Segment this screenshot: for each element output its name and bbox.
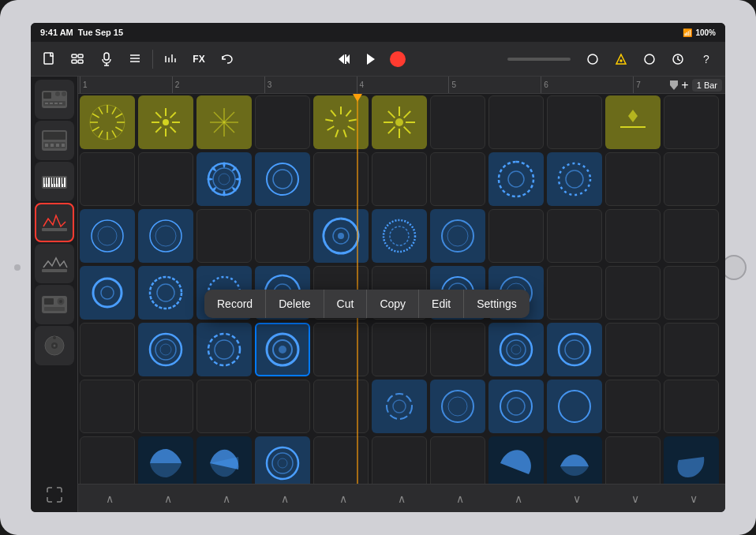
cell-r3c2[interactable] bbox=[138, 209, 193, 263]
cell-r6c3[interactable] bbox=[196, 380, 252, 433]
context-menu-cut[interactable]: Cut bbox=[324, 290, 368, 318]
cell-r7c5[interactable] bbox=[313, 436, 369, 484]
cell-r7c8[interactable] bbox=[488, 436, 544, 484]
context-menu-settings[interactable]: Settings bbox=[464, 290, 530, 318]
cell-r7c7[interactable] bbox=[430, 436, 485, 484]
cell-r4c1[interactable] bbox=[80, 266, 135, 320]
cell-r3c9[interactable] bbox=[547, 209, 602, 263]
cell-r7c6[interactable] bbox=[372, 436, 427, 484]
rewind-button[interactable] bbox=[331, 47, 357, 72]
cell-r2c10[interactable] bbox=[605, 152, 661, 206]
sidebar-instrument-0[interactable] bbox=[35, 80, 74, 119]
grid-container[interactable]: Record Delete Cut Copy Edit Settings bbox=[78, 94, 725, 484]
cell-r6c5[interactable] bbox=[313, 380, 369, 433]
sidebar-instrument-4[interactable] bbox=[35, 244, 74, 283]
help-button[interactable]: ? bbox=[694, 47, 719, 72]
cell-r6c7[interactable] bbox=[430, 380, 485, 433]
cell-r5c9[interactable] bbox=[547, 323, 602, 376]
context-menu-copy[interactable]: Copy bbox=[367, 290, 419, 318]
cell-r1c9[interactable] bbox=[547, 95, 602, 149]
sidebar-instrument-2[interactable] bbox=[35, 162, 74, 201]
cell-r3c10[interactable] bbox=[605, 209, 661, 263]
cell-r2c6[interactable] bbox=[372, 152, 427, 206]
bottom-arrow-up-4[interactable]: ∧ bbox=[315, 488, 372, 510]
cell-r5c5[interactable] bbox=[313, 323, 369, 376]
bottom-arrow-up-6[interactable]: ∧ bbox=[432, 488, 488, 510]
record-button[interactable] bbox=[385, 47, 410, 72]
cell-r2c11[interactable] bbox=[664, 152, 719, 206]
cell-r4c10[interactable] bbox=[605, 266, 661, 320]
cell-r1c10[interactable] bbox=[605, 95, 661, 149]
bottom-arrow-up-5[interactable]: ∧ bbox=[373, 488, 430, 510]
cell-r7c11[interactable] bbox=[664, 436, 719, 484]
tempo-slider[interactable] bbox=[507, 58, 571, 61]
cell-r2c7[interactable] bbox=[430, 152, 485, 206]
bottom-arrow-up-0[interactable]: ∧ bbox=[81, 488, 138, 510]
cell-r5c7[interactable] bbox=[430, 323, 485, 376]
bottom-arrow-up-2[interactable]: ∧ bbox=[198, 488, 255, 510]
cell-r3c8[interactable] bbox=[488, 209, 544, 263]
cell-r5c3[interactable] bbox=[196, 323, 252, 376]
cell-r3c7[interactable] bbox=[430, 209, 485, 263]
bottom-arrow-up-7[interactable]: ∧ bbox=[490, 488, 547, 510]
sidebar-bottom[interactable] bbox=[35, 481, 74, 509]
cell-r4c9[interactable] bbox=[547, 266, 602, 320]
context-menu-delete[interactable]: Delete bbox=[266, 290, 324, 318]
cell-r5c11[interactable] bbox=[664, 323, 719, 376]
context-menu-record[interactable]: Record bbox=[204, 290, 266, 318]
cell-r2c2[interactable] bbox=[138, 152, 193, 206]
fx-button[interactable]: FX bbox=[186, 47, 211, 72]
cell-r6c8[interactable] bbox=[488, 380, 544, 433]
sidebar-instrument-6[interactable] bbox=[35, 326, 74, 365]
cell-r2c1[interactable] bbox=[80, 152, 135, 206]
cell-r5c4[interactable] bbox=[255, 323, 310, 376]
cell-r5c8[interactable] bbox=[488, 323, 544, 376]
cell-r5c10[interactable] bbox=[605, 323, 661, 376]
metronome-button[interactable] bbox=[580, 47, 605, 72]
cell-r6c6[interactable] bbox=[372, 380, 427, 433]
cell-r6c4[interactable] bbox=[255, 380, 310, 433]
cell-r4c2[interactable] bbox=[138, 266, 193, 320]
cell-r6c10[interactable] bbox=[605, 380, 661, 433]
cell-r7c3[interactable] bbox=[196, 436, 252, 484]
sidebar-instrument-3[interactable] bbox=[35, 203, 74, 242]
context-menu-edit[interactable]: Edit bbox=[419, 290, 464, 318]
cell-r5c2[interactable] bbox=[138, 323, 193, 376]
cell-r3c11[interactable] bbox=[664, 209, 719, 263]
add-track-button[interactable]: + bbox=[681, 78, 688, 92]
undo-button[interactable] bbox=[215, 47, 240, 72]
cell-r7c4[interactable] bbox=[255, 436, 310, 484]
cell-r3c6[interactable] bbox=[372, 209, 427, 263]
cell-r5c6[interactable] bbox=[372, 323, 427, 376]
cell-r3c1[interactable] bbox=[80, 209, 135, 263]
cell-r6c9[interactable] bbox=[547, 380, 602, 433]
cell-r6c11[interactable] bbox=[664, 380, 719, 433]
cell-r3c3[interactable] bbox=[196, 209, 252, 263]
cell-r2c5[interactable] bbox=[313, 152, 369, 206]
bottom-arrow-dn-2[interactable]: ∨ bbox=[665, 488, 722, 510]
cell-r2c3[interactable] bbox=[196, 152, 252, 206]
sidebar-instrument-5[interactable] bbox=[35, 285, 74, 324]
cell-r7c2[interactable] bbox=[138, 436, 193, 484]
cell-r2c9[interactable] bbox=[547, 152, 602, 206]
sidebar-instrument-1[interactable] bbox=[35, 121, 74, 160]
bar-label[interactable]: 1 Bar bbox=[692, 79, 722, 92]
cell-r1c4[interactable] bbox=[255, 95, 310, 149]
cell-r6c2[interactable] bbox=[138, 380, 193, 433]
cell-r2c8[interactable] bbox=[488, 152, 544, 206]
cell-r1c3[interactable] bbox=[196, 95, 252, 149]
cell-r2c4[interactable] bbox=[255, 152, 310, 206]
eq-button[interactable] bbox=[158, 47, 183, 72]
list-button[interactable] bbox=[122, 47, 148, 72]
cell-r7c10[interactable] bbox=[605, 436, 661, 484]
cell-r1c8[interactable] bbox=[488, 95, 544, 149]
tuner-button[interactable] bbox=[608, 47, 634, 72]
mic-button[interactable] bbox=[94, 47, 119, 72]
loop-button[interactable] bbox=[637, 47, 662, 72]
cell-r7c1[interactable] bbox=[80, 436, 135, 484]
new-file-button[interactable] bbox=[37, 47, 62, 72]
bottom-arrow-up-3[interactable]: ∧ bbox=[256, 488, 313, 510]
cell-r1c7[interactable] bbox=[430, 95, 485, 149]
play-button[interactable] bbox=[358, 47, 384, 72]
cell-r3c5[interactable] bbox=[313, 209, 369, 263]
